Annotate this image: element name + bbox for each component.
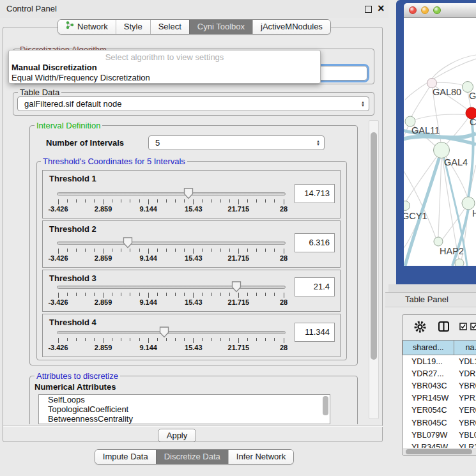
numerical-attributes-list[interactable]: SelfLoopsTopologicalCoefficientBetweenne… xyxy=(38,394,330,424)
panel-scrollbar-thumb[interactable] xyxy=(371,132,377,360)
threshold-value-field[interactable]: 21.4 xyxy=(295,277,335,296)
cell-name: YLR345W xyxy=(455,443,476,448)
spinner-stepper-icon[interactable]: ▲▼ xyxy=(312,140,324,146)
slider-minor-tick xyxy=(274,199,275,203)
threshold-value-field[interactable]: 11.344 xyxy=(295,323,335,342)
slider-minor-tick xyxy=(229,338,230,341)
gear-icon[interactable] xyxy=(413,320,427,335)
network-node-hap2[interactable] xyxy=(434,237,443,246)
tab-select[interactable]: Select xyxy=(150,20,189,34)
slider-minor-tick xyxy=(184,293,185,296)
slider-handle[interactable] xyxy=(123,237,133,249)
cell-name: YER054C xyxy=(455,406,476,415)
table-rows: YDL19...YDL19...YDR27...YDR27...YBR043CY… xyxy=(403,355,476,448)
close-icon[interactable]: × xyxy=(378,1,385,15)
tab-style[interactable]: Style xyxy=(116,20,150,34)
attribute-item-topologicalcoefficient[interactable]: TopologicalCoefficient xyxy=(39,404,330,414)
tab-network[interactable]: Network xyxy=(58,20,116,34)
number-of-intervals-spinner[interactable]: 5 ▲▼ xyxy=(148,135,325,150)
column-header-shared-name[interactable]: shared... xyxy=(403,340,454,355)
slider-handle[interactable] xyxy=(159,326,169,338)
window-shadow-strip xyxy=(388,284,476,292)
control-panel-tab-bar: NetworkStyleSelectCyni ToolboxjActiveMNo… xyxy=(0,19,388,35)
network-node-gcy1[interactable] xyxy=(404,201,410,211)
column-header-name[interactable]: na... xyxy=(454,340,476,355)
network-node-h[interactable] xyxy=(462,197,475,210)
slider-minor-tick xyxy=(76,338,77,341)
slider-major-tick xyxy=(103,199,104,204)
tab-jactivemnodules[interactable]: jActiveMNodules xyxy=(252,20,330,34)
attribute-item-betweennesscentrality[interactable]: BetweennessCentrality xyxy=(39,414,330,424)
slider-handle[interactable] xyxy=(183,188,194,199)
slider-minor-tick xyxy=(85,293,86,296)
network-node-label: GAL4 xyxy=(444,157,468,167)
threshold-label: Threshold 4 xyxy=(49,318,96,327)
slider-minor-tick xyxy=(265,338,266,341)
slider-minor-tick xyxy=(130,249,130,252)
slider-tick-label: 28 xyxy=(268,205,300,213)
slider-minor-tick xyxy=(247,338,248,341)
minimize-traffic-light[interactable] xyxy=(421,6,429,14)
attributes-list-scrollbar[interactable] xyxy=(323,396,328,415)
slider-minor-tick xyxy=(256,338,257,341)
panel-vertical-scrollbar[interactable] xyxy=(369,120,379,419)
checkbox-checked-icon[interactable] xyxy=(470,323,476,332)
table-data-combobox[interactable]: galFiltered.sif default node ▲▼ xyxy=(17,96,369,111)
attribute-item-selfloops[interactable]: SelfLoops xyxy=(39,395,330,404)
checkbox-checked-icon[interactable] xyxy=(459,323,467,332)
slider-track[interactable] xyxy=(57,192,286,196)
float-window-icon[interactable] xyxy=(365,6,372,13)
tab-cyni-toolbox[interactable]: Cyni Toolbox xyxy=(189,20,252,34)
table-row[interactable]: YDR27...YDR27... xyxy=(403,367,476,380)
table-row[interactable]: YDL19...YDL19... xyxy=(403,355,476,367)
network-edge-highlighted xyxy=(405,150,441,266)
slider-minor-tick xyxy=(247,249,248,252)
slider-track[interactable] xyxy=(57,242,286,245)
table-row[interactable]: YPR145WYPR145W xyxy=(403,392,476,404)
slider-minor-tick xyxy=(76,249,77,252)
network-node[interactable] xyxy=(455,259,464,266)
slider-minor-tick xyxy=(220,293,221,296)
threshold-value-field[interactable]: 6.316 xyxy=(295,233,335,252)
tab-label: Select xyxy=(158,20,181,34)
slider-handle[interactable] xyxy=(231,281,242,293)
slider-minor-tick xyxy=(202,199,203,203)
algorithm-option-equal-width[interactable]: Equal Width/Frequency Discretization xyxy=(12,73,150,82)
network-node-label: GA xyxy=(469,91,476,101)
slider-minor-tick xyxy=(220,249,221,252)
network-node-gal4[interactable] xyxy=(434,142,450,158)
cyni-bottom-tab-bar: Impute DataDiscretize DataInfer Network xyxy=(0,449,388,464)
table-row[interactable]: YBR045CYBR045C xyxy=(403,417,476,429)
close-traffic-light[interactable] xyxy=(409,6,417,14)
apply-button[interactable]: Apply xyxy=(158,429,196,442)
slider-track[interactable] xyxy=(57,286,286,289)
slider-minor-tick xyxy=(130,199,130,203)
number-of-intervals-value: 5 xyxy=(149,138,312,148)
bottom-tab-infer-network[interactable]: Infer Network xyxy=(228,450,293,464)
table-hscrollbar-thumb[interactable] xyxy=(406,449,472,454)
table-row[interactable]: YLR345WYLR345W xyxy=(403,441,476,448)
combobox-stepper-icon[interactable]: ▲▼ xyxy=(357,101,369,107)
slider-minor-tick xyxy=(67,338,68,341)
slider-minor-tick xyxy=(67,199,68,203)
network-window-titlebar[interactable] xyxy=(404,3,476,18)
slider-major-tick xyxy=(284,249,284,254)
table-row[interactable]: YBR043CYBR043C xyxy=(403,380,476,392)
slider-major-tick xyxy=(193,199,194,204)
algorithm-option-manual[interactable]: Manual Discretization xyxy=(12,63,97,72)
network-canvas[interactable]: GAL80GACGAL11GAL4GCY1HHAP2 xyxy=(404,18,476,266)
slider-track[interactable] xyxy=(57,331,286,334)
bottom-tab-discretize-data[interactable]: Discretize Data xyxy=(156,450,228,464)
slider-minor-tick xyxy=(121,293,121,296)
cell-name: YBR043C xyxy=(455,381,476,390)
column-split-icon[interactable] xyxy=(438,321,449,334)
bottom-tab-impute-data[interactable]: Impute Data xyxy=(95,450,156,464)
slider-minor-tick xyxy=(220,338,221,341)
slider-minor-tick xyxy=(94,249,95,252)
table-row[interactable]: YER054CYER054C xyxy=(403,404,476,417)
threshold-value-field[interactable]: 14.713 xyxy=(295,184,335,203)
table-horizontal-scrollbar[interactable] xyxy=(403,448,476,455)
zoom-traffic-light[interactable] xyxy=(433,6,441,14)
table-row[interactable]: YBL079WYBL079W xyxy=(403,429,476,441)
slider-minor-tick xyxy=(85,249,86,252)
